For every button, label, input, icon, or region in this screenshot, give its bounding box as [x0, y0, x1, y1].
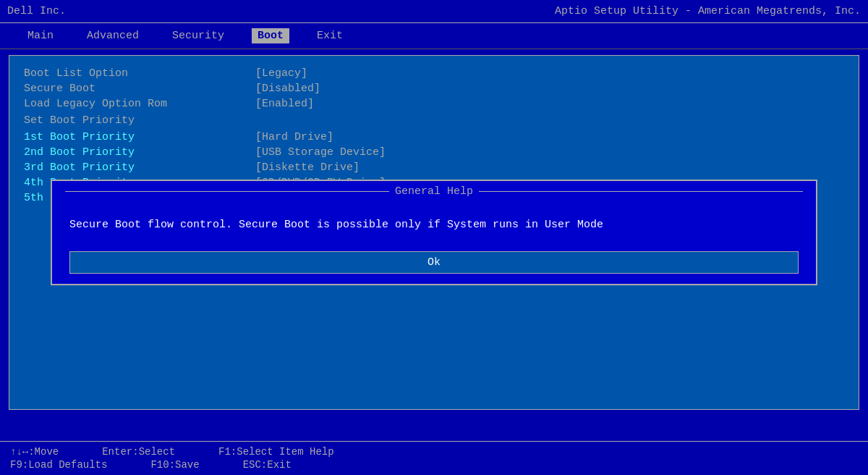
utility-title: Aptio Setup Utility - American Megatrend… — [555, 5, 861, 17]
footer-row-2: F9:Load Defaults F10:Save ESC:Exit — [10, 459, 858, 471]
dialog-button-area: Ok — [52, 245, 816, 284]
nav-bar: Main Advanced Security Boot Exit — [0, 23, 868, 49]
dialog-title: General Help — [395, 185, 473, 198]
company-name: Dell Inc. — [7, 5, 66, 17]
footer-select: Enter:Select — [102, 446, 175, 458]
dialog-title-bar: General Help — [52, 181, 816, 202]
dialog-overlay: General Help Secure Boot flow control. S… — [9, 56, 859, 409]
footer-load-defaults: F9:Load Defaults — [10, 459, 107, 471]
top-bar: Dell Inc. Aptio Setup Utility - American… — [0, 0, 868, 23]
footer-item-help: F1:Select Item Help — [218, 446, 334, 458]
tab-exit[interactable]: Exit — [311, 28, 349, 43]
ok-button[interactable]: Ok — [69, 251, 799, 274]
dialog-body: Secure Boot flow control. Secure Boot is… — [52, 202, 816, 245]
tab-security[interactable]: Security — [166, 28, 230, 43]
main-content: Boot List Option [Legacy] Secure Boot [D… — [9, 55, 859, 410]
footer-row-1: ↑↓↔:Move Enter:Select F1:Select Item Hel… — [10, 446, 858, 458]
general-help-dialog: General Help Secure Boot flow control. S… — [51, 180, 817, 285]
footer-exit: ESC:Exit — [243, 459, 292, 471]
tab-main[interactable]: Main — [22, 28, 59, 43]
bottom-bar: ↑↓↔:Move Enter:Select F1:Select Item Hel… — [0, 441, 868, 475]
tab-advanced[interactable]: Advanced — [81, 28, 145, 43]
footer-save: F10:Save — [150, 459, 199, 471]
footer-move: ↑↓↔:Move — [10, 446, 59, 458]
tab-boot[interactable]: Boot — [252, 28, 289, 43]
dialog-message: Secure Boot flow control. Secure Boot is… — [69, 219, 603, 231]
